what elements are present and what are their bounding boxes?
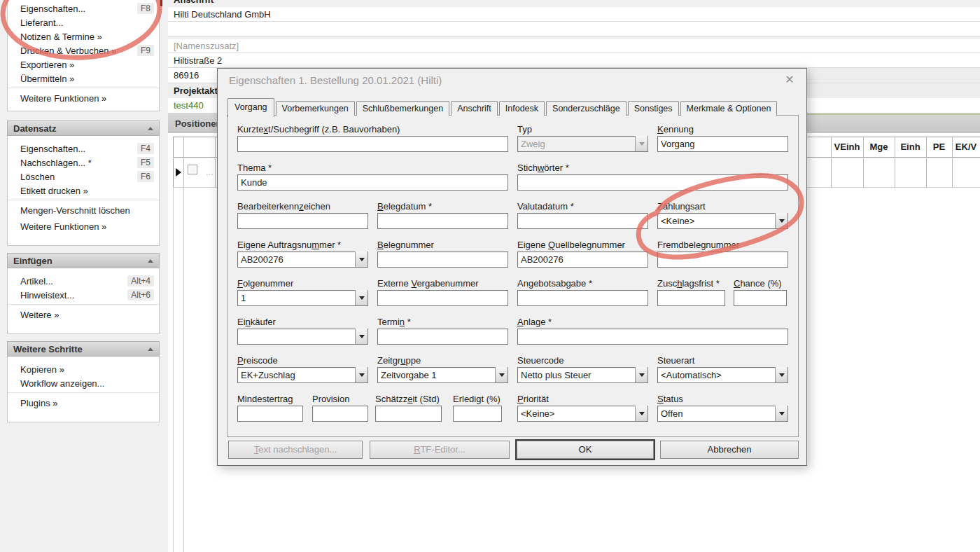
preiscode-select[interactable]: EK+Zuschlag xyxy=(237,367,368,383)
kennung-input[interactable]: Vorgang xyxy=(657,136,788,152)
column-header-veinh[interactable]: VEinh xyxy=(831,137,863,157)
menu-item[interactable]: Löschen F6 xyxy=(8,170,159,184)
menu-item[interactable]: Etikett drucken » xyxy=(8,184,159,198)
menu-item[interactable]: Mengen-Verschnitt löschen xyxy=(8,202,159,219)
tab[interactable]: Vorgang xyxy=(227,98,274,117)
menu-item[interactable]: Weitere Funktionen » xyxy=(8,219,159,235)
anlage-input[interactable] xyxy=(517,329,788,345)
chance-input[interactable] xyxy=(734,290,787,306)
tab[interactable]: Vorbemerkungen xyxy=(276,101,355,116)
tab[interactable]: Schlußbemerkungen xyxy=(356,101,449,116)
mindestertrag-input[interactable] xyxy=(237,406,303,422)
text-nachschlagen-button[interactable]: Text nachschlagen... xyxy=(228,441,363,459)
thema-input[interactable]: Kunde xyxy=(237,174,508,191)
menu-item[interactable]: Nachschlagen... * F5 xyxy=(8,156,159,170)
dropdown-arrow-icon[interactable] xyxy=(495,367,507,382)
tab[interactable]: Sonstiges xyxy=(628,101,679,116)
dropdown-arrow-icon[interactable] xyxy=(355,367,368,382)
menu-item-weitere-funktionen[interactable]: Weitere Funktionen » xyxy=(8,90,159,106)
schaetzzeit-input[interactable] xyxy=(375,406,442,422)
project-link[interactable]: test440 xyxy=(174,100,204,111)
field-label: Bearbeiterkennzeichen xyxy=(237,201,368,212)
grid-selector-border xyxy=(183,188,184,552)
dropdown-arrow-icon[interactable] xyxy=(355,251,368,267)
menu-item[interactable]: Plugins » xyxy=(8,395,159,411)
provision-input[interactable] xyxy=(312,406,368,422)
grid-border xyxy=(215,158,216,187)
menu-item[interactable]: Workflow anzeigen... xyxy=(8,376,159,390)
angebotsabgabe-input[interactable] xyxy=(517,290,648,306)
cancel-button[interactable]: Abbrechen xyxy=(660,441,799,459)
column-header-pe[interactable]: PE xyxy=(926,137,952,157)
address-name-field[interactable]: Hilti Deutschland GmbH xyxy=(168,7,980,22)
menu-item[interactable]: Lieferant... xyxy=(8,15,159,29)
tab[interactable]: Sonderzuschläge xyxy=(546,101,626,116)
column-header-mge[interactable]: Mge xyxy=(863,137,895,157)
steuerart-select[interactable]: <Automatisch> xyxy=(657,367,788,383)
field-zuschlagsfrist: Zuschlagsfrist * xyxy=(657,278,725,306)
auftragsnummer-select[interactable]: AB200276 xyxy=(237,251,368,268)
ok-button[interactable]: OK xyxy=(517,441,654,459)
quellbelegnummer-input[interactable]: AB200276 xyxy=(517,251,648,268)
menu-item[interactable]: Drucken & Verbuchen » F9 xyxy=(8,43,159,57)
zeitgruppe-select[interactable]: Zeitvorgabe 1 xyxy=(377,367,508,383)
tab[interactable]: Infodesk xyxy=(499,101,545,116)
belegnummer-input[interactable] xyxy=(377,251,508,268)
menu-item[interactable]: Eigenschaften... F4 xyxy=(8,142,159,156)
erledigt-input[interactable] xyxy=(453,406,502,422)
menu-item[interactable]: Notizen & Termine » xyxy=(8,29,159,43)
field-angebotsabgabe: Angebotsabgabe * xyxy=(517,278,648,306)
divider xyxy=(8,304,159,305)
dropdown-arrow-icon[interactable] xyxy=(775,406,788,421)
column-header-ekv[interactable]: EK/V xyxy=(952,137,980,157)
folgenummer-select[interactable]: 1 xyxy=(237,290,368,306)
field-schaetzzeit: Schätzzeit (Std) xyxy=(375,394,442,422)
address-suffix-field[interactable]: [Namenszusatz] xyxy=(168,39,980,53)
menu-item[interactable]: Eigenschaften... F8 xyxy=(8,1,159,15)
field-valutadatum: Valutadatum * xyxy=(517,201,648,229)
section-header-weitere-schritte[interactable]: Weitere Schritte xyxy=(7,341,160,357)
field-auftragsnummer: Eigene Auftragsnummer * AB200276 xyxy=(237,240,368,268)
termin-input[interactable] xyxy=(377,329,508,345)
field-label: Status xyxy=(657,394,788,404)
dropdown-arrow-icon[interactable] xyxy=(635,367,648,382)
close-icon[interactable]: ✕ xyxy=(783,73,797,86)
rtf-editor-button[interactable]: RTF-Editor... xyxy=(370,441,510,459)
menu-item[interactable]: Artikel... Alt+4 xyxy=(8,274,159,288)
menu-item[interactable]: Kopieren » xyxy=(8,362,159,376)
menu-item[interactable]: Weitere » xyxy=(8,307,159,323)
status-select[interactable]: Offen xyxy=(657,406,788,422)
menu-item-label: Artikel... xyxy=(20,276,53,287)
stichwoerter-input[interactable] xyxy=(517,174,788,191)
shortcut-badge: F5 xyxy=(137,157,154,168)
section-header-datensatz[interactable]: Datensatz xyxy=(7,120,160,136)
prioritaet-select[interactable]: <Keine> xyxy=(517,406,648,422)
zuschlagsfrist-input[interactable] xyxy=(657,290,725,306)
address-line2-field[interactable] xyxy=(168,22,980,37)
belegdatum-input[interactable] xyxy=(377,213,508,229)
dropdown-arrow-icon[interactable] xyxy=(775,367,788,382)
shortcut-badge: F8 xyxy=(137,3,154,14)
column-header-einh[interactable]: Einh xyxy=(895,137,926,157)
vergabenummer-input[interactable] xyxy=(377,290,508,306)
menu-item[interactable]: Exportieren » xyxy=(8,57,159,71)
dialog-titlebar[interactable]: Eigenschaften 1. Bestellung 20.01.2021 (… xyxy=(218,69,806,92)
dropdown-arrow-icon[interactable] xyxy=(355,290,368,305)
menu-item[interactable]: Übermitteln » xyxy=(8,71,159,85)
section-header-einfuegen[interactable]: Einfügen xyxy=(7,253,160,268)
einkaeufer-select[interactable] xyxy=(237,329,368,345)
bearbeiterkennzeichen-input[interactable] xyxy=(237,213,368,229)
tab[interactable]: Merkmale & Optionen xyxy=(680,101,778,116)
dropdown-arrow-icon[interactable] xyxy=(635,406,648,421)
fremdbelegnummer-input[interactable] xyxy=(657,251,788,268)
zahlungsart-select[interactable]: <Keine> xyxy=(657,213,788,229)
dropdown-arrow-icon[interactable] xyxy=(355,329,368,344)
dropdown-arrow-icon[interactable] xyxy=(775,213,788,228)
tab[interactable]: Anschrift xyxy=(451,101,498,116)
valutadatum-input[interactable] xyxy=(517,213,648,229)
grid-border xyxy=(952,158,953,187)
kurztext-input[interactable] xyxy=(237,136,508,152)
steuercode-select[interactable]: Netto plus Steuer xyxy=(517,367,648,383)
menu-item[interactable]: Hinweistext... Alt+6 xyxy=(8,288,159,302)
address-street-field[interactable]: Hiltistraße 2 xyxy=(168,53,980,68)
